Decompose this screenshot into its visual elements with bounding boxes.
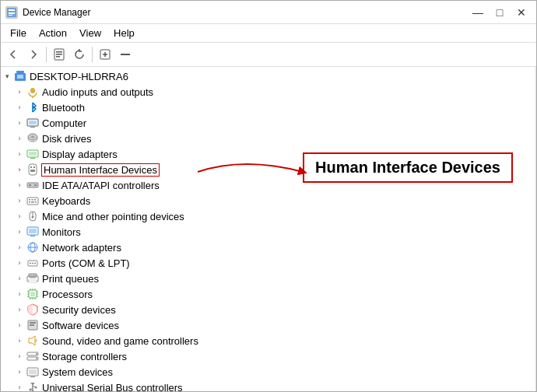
svg-rect-35 <box>29 201 30 203</box>
tree-item-display[interactable]: › Display adapters <box>1 146 535 162</box>
tree-item-sound[interactable]: › Sound, video and game controllers <box>1 333 535 348</box>
root-expander[interactable]: ▾ <box>1 68 13 84</box>
device-tree[interactable]: ▾ DESKTOP-HLDRRA6 › <box>1 67 536 391</box>
window-controls: — □ ✕ <box>468 5 532 20</box>
svg-point-25 <box>30 166 32 168</box>
tree-item-sec[interactable]: › Security devices <box>1 302 535 317</box>
print-label: Print queues <box>42 273 99 285</box>
print-expander[interactable]: › <box>13 271 26 286</box>
tree-item-hid[interactable]: › Human Interface Devices <box>1 162 535 177</box>
mice-expander[interactable]: › <box>13 208 26 224</box>
proc-icon <box>26 287 40 301</box>
svg-rect-78 <box>29 369 37 374</box>
mice-label: Mice and other pointing devices <box>42 211 184 222</box>
menu-action[interactable]: Action <box>33 26 73 40</box>
usb-icon <box>26 380 40 391</box>
bt-expander[interactable]: › <box>13 100 26 115</box>
sw-expander[interactable]: › <box>13 317 26 333</box>
properties-button[interactable] <box>50 45 68 64</box>
minimize-button[interactable]: — <box>468 5 488 20</box>
svg-rect-34 <box>34 199 36 201</box>
svg-rect-7 <box>56 56 60 58</box>
tree-item-net[interactable]: › Network adapters <box>1 240 535 255</box>
tree-item-monitor[interactable]: › Monitors <box>1 224 535 240</box>
toolbar-separator-1 <box>46 47 47 62</box>
svg-rect-3 <box>9 15 12 16</box>
tree-item-mice[interactable]: › Mice and other pointing devices <box>1 208 535 224</box>
sw-label: Software devices <box>42 320 119 331</box>
svg-rect-42 <box>29 229 37 233</box>
ide-icon <box>26 178 40 192</box>
audio-expander[interactable]: › <box>13 84 26 100</box>
svg-rect-13 <box>30 88 35 93</box>
svg-rect-2 <box>9 12 15 14</box>
net-label: Network adapters <box>42 242 121 254</box>
menu-file[interactable]: File <box>4 26 33 40</box>
update-driver-button[interactable] <box>96 45 114 64</box>
display-label: Display adapters <box>42 149 118 160</box>
svg-rect-32 <box>29 199 30 201</box>
close-button[interactable]: ✕ <box>511 5 532 20</box>
sec-expander[interactable]: › <box>13 302 26 317</box>
disk-icon <box>26 131 40 145</box>
svg-rect-17 <box>30 127 35 128</box>
ports-label: Ports (COM & LPT) <box>42 257 130 269</box>
svg-point-26 <box>33 166 35 168</box>
mice-icon <box>26 209 40 223</box>
tree-item-print[interactable]: › Print queues <box>1 271 535 286</box>
storage-expander[interactable]: › <box>13 348 26 364</box>
svg-rect-70 <box>30 322 36 324</box>
toolbar-separator-2 <box>92 47 93 62</box>
menu-bar: File Action View Help <box>1 24 536 43</box>
maximize-button[interactable]: □ <box>490 5 510 20</box>
monitor-expander[interactable]: › <box>13 224 26 240</box>
forward-button[interactable] <box>24 45 43 64</box>
ide-expander[interactable]: › <box>13 177 26 193</box>
svg-point-75 <box>36 353 37 355</box>
menu-view[interactable]: View <box>73 26 107 40</box>
display-expander[interactable]: › <box>13 146 26 162</box>
tree-item-sys[interactable]: › System devices <box>1 364 535 380</box>
sys-expander[interactable]: › <box>13 364 26 380</box>
svg-rect-79 <box>30 376 35 377</box>
hid-label: Human Interface Devices <box>42 164 159 176</box>
sound-expander[interactable]: › <box>13 333 26 348</box>
usb-expander[interactable]: › <box>13 380 26 391</box>
audio-icon <box>26 85 40 99</box>
tree-item-audio[interactable]: › Audio inputs and outputs <box>1 84 535 100</box>
back-button[interactable] <box>4 45 23 64</box>
svg-point-76 <box>36 358 37 359</box>
tree-item-kb[interactable]: › Keyboards <box>1 193 535 208</box>
svg-point-49 <box>32 263 33 264</box>
tree-item-proc[interactable]: › <box>1 286 535 302</box>
tree-item-computer[interactable]: › Computer <box>1 115 535 131</box>
tree-item-ports[interactable]: › Ports (COM & LPT) <box>1 255 535 271</box>
svg-rect-12 <box>17 75 23 79</box>
window-title: Device Manager <box>23 7 90 18</box>
tree-item-storage[interactable]: › Storage controllers <box>1 348 535 364</box>
computer-expander[interactable]: › <box>13 115 26 131</box>
menu-help[interactable]: Help <box>107 26 141 40</box>
tree-item-usb[interactable]: › Universal Serial Bus controllers <box>1 380 535 391</box>
kb-expander[interactable]: › <box>13 193 26 208</box>
net-expander[interactable]: › <box>13 240 26 255</box>
tree-item-sw[interactable]: › Software devices <box>1 317 535 333</box>
ports-expander[interactable]: › <box>13 255 26 271</box>
svg-rect-53 <box>30 277 36 278</box>
tree-item-bt[interactable]: › Bluetooth <box>1 100 535 115</box>
sys-icon <box>26 365 40 379</box>
svg-rect-56 <box>30 292 35 296</box>
disk-expander[interactable]: › <box>13 131 26 146</box>
tree-root[interactable]: ▾ DESKTOP-HLDRRA6 <box>1 68 535 84</box>
svg-rect-1 <box>9 9 15 11</box>
sys-label: System devices <box>42 366 113 378</box>
refresh-button[interactable] <box>70 45 89 64</box>
hid-expander[interactable]: › <box>13 162 26 177</box>
svg-rect-30 <box>34 184 37 186</box>
disable-button[interactable] <box>116 45 135 64</box>
svg-rect-31 <box>27 198 38 205</box>
proc-expander[interactable]: › <box>13 286 26 302</box>
svg-point-86 <box>32 390 34 392</box>
tree-item-disk[interactable]: › Disk drives <box>1 131 535 146</box>
tree-item-ide[interactable]: › IDE ATA/ATAPI controllers <box>1 177 535 193</box>
